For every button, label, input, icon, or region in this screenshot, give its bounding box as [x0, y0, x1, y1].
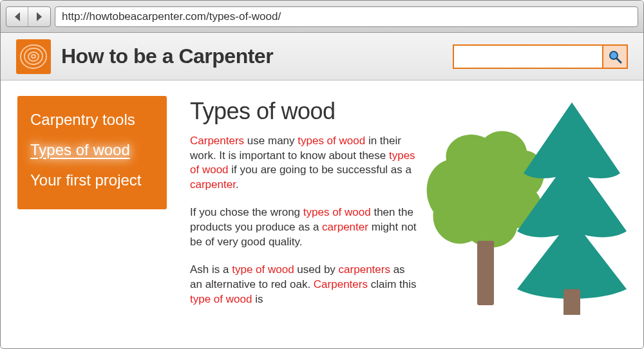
search-button[interactable]	[602, 46, 627, 68]
keyword-types-of-wood: types of wood	[298, 135, 365, 147]
sidebar-nav: Carpentry tools Types of wood Your first…	[17, 96, 167, 209]
pine-tree-icon	[517, 102, 627, 315]
article-text: Types of wood Carpenters use many types …	[190, 96, 417, 320]
article-paragraph-2: If you chose the wrong types of wood the…	[190, 205, 417, 250]
url-bar[interactable]: http://howtobeacarpenter.com/types-of-wo…	[55, 6, 638, 27]
keyword-carpenters: Carpenters	[314, 278, 368, 290]
keyword-carpenters: carpenters	[339, 263, 390, 276]
site-logo-icon	[16, 39, 51, 74]
article-paragraph-3: Ash is a type of wood used by carpenters…	[190, 263, 417, 307]
keyword-carpenter: carpenter	[322, 221, 368, 233]
search-box-wrapper	[453, 44, 628, 69]
sidebar-item-your-first-project[interactable]: Your first project	[30, 165, 154, 196]
site-header: How to be a Carpenter	[1, 33, 643, 80]
back-button[interactable]	[6, 7, 28, 26]
forward-button[interactable]	[28, 7, 50, 26]
sidebar-item-types-of-wood[interactable]: Types of wood	[30, 135, 154, 165]
article-paragraph-1: Carpenters use many types of wood in the…	[190, 134, 417, 193]
main-content: Carpentry tools Types of wood Your first…	[1, 80, 643, 320]
url-text: http://howtobeacarpenter.com/types-of-wo…	[62, 10, 281, 23]
keyword-type-of-wood: type of wood	[232, 263, 294, 276]
search-input[interactable]	[454, 46, 602, 68]
sidebar-item-carpentry-tools[interactable]: Carpentry tools	[30, 105, 154, 135]
search-icon	[608, 50, 622, 64]
keyword-types-of-wood: types of wood	[303, 206, 371, 218]
browser-chrome: http://howtobeacarpenter.com/types-of-wo…	[1, 1, 643, 33]
nav-button-group	[6, 6, 51, 27]
svg-rect-2	[477, 241, 494, 305]
svg-rect-3	[564, 289, 580, 315]
keyword-carpenters: Carpenters	[190, 135, 244, 147]
keyword-carpenter: carpenter	[190, 178, 236, 191]
site-title: How to be a Carpenter	[61, 44, 273, 68]
article-title: Types of wood	[190, 96, 417, 127]
trees-illustration	[421, 96, 627, 320]
keyword-type-of-wood: type of wood	[190, 293, 252, 305]
article-container: Types of wood Carpenters use many types …	[190, 96, 627, 320]
svg-line-1	[617, 59, 621, 62]
